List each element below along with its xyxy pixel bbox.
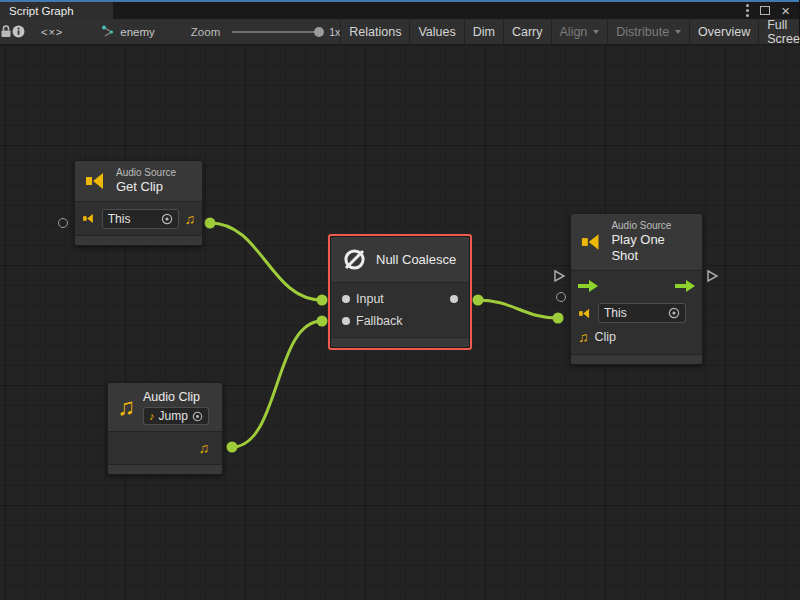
null-coalesce-footer: [331, 338, 469, 347]
result-output-port[interactable]: [450, 295, 458, 303]
clip-port-label: Clip: [595, 330, 617, 344]
overview-button[interactable]: Overview: [689, 19, 758, 44]
graph-toolbar: <×> enemy Zoom 1x Relations Values Dim C…: [0, 19, 799, 45]
wire-endpoint[interactable]: [473, 295, 484, 306]
play-one-shot-footer: [571, 355, 702, 364]
wire-getclip-to-input[interactable]: [210, 223, 322, 300]
carry-button[interactable]: Carry: [503, 19, 551, 44]
get-clip-header: Audio Source Get Clip: [75, 161, 202, 201]
play-one-shot-target-field[interactable]: This: [598, 303, 686, 323]
object-picker-icon[interactable]: [192, 411, 203, 422]
zoom-label: Zoom: [191, 26, 220, 38]
maximize-icon[interactable]: [760, 6, 770, 15]
node-audio-clip[interactable]: ♫ Audio Clip ♪ Jump ♫: [107, 382, 223, 475]
full-screen-button[interactable]: Full Screen: [758, 19, 800, 44]
script-graph-window: Script Graph × <×>: [0, 0, 800, 600]
audio-source-mini-icon: [82, 212, 96, 225]
close-icon[interactable]: ×: [781, 6, 790, 16]
tab-bar-spacer: [113, 2, 746, 19]
audio-source-icon: [84, 170, 108, 192]
node-null-coalesce[interactable]: Null Coalesce Input Fallback: [330, 236, 470, 348]
object-picker-icon[interactable]: [161, 213, 173, 225]
fallback-port-label: Fallback: [356, 314, 403, 328]
audio-clip-footer: [108, 465, 222, 474]
zoom-slider[interactable]: [232, 31, 320, 33]
wire-endpoint[interactable]: [317, 295, 328, 306]
node-category: Audio Source: [116, 167, 176, 179]
graph-breadcrumb[interactable]: enemy: [101, 19, 155, 44]
play-one-shot-clip-row: ♫ Clip: [571, 325, 702, 349]
play-one-shot-body: This ♫ Clip: [571, 270, 702, 355]
field-value: This: [108, 212, 131, 226]
field-value: This: [604, 306, 627, 320]
toolbar-right-buttons: Relations Values Dim Carry Align Distrib…: [340, 19, 800, 44]
wire-nullcoalesce-to-clip[interactable]: [478, 300, 558, 318]
audio-clip-output-icon[interactable]: ♫: [199, 441, 210, 455]
wire-endpoint[interactable]: [227, 442, 238, 453]
field-value: Jump: [159, 409, 188, 423]
chevron-down-icon: [593, 30, 599, 34]
audio-clip-mini-icon: ♪: [149, 409, 155, 423]
play-one-shot-target-row: This: [571, 301, 702, 325]
tab-script-graph[interactable]: Script Graph: [0, 2, 113, 19]
audio-clip-value-field[interactable]: ♪ Jump: [143, 407, 209, 425]
fallback-port[interactable]: [342, 317, 350, 325]
wire-endpoint[interactable]: [317, 316, 328, 327]
get-clip-target-field[interactable]: This: [102, 209, 179, 229]
node-title: Null Coalesce: [376, 252, 456, 268]
wire-endpoint[interactable]: [553, 313, 564, 324]
input-port-label: Input: [356, 292, 384, 306]
control-flow-row: [571, 271, 702, 301]
audio-clip-body: ♫: [108, 431, 222, 465]
audio-source-mini-icon: [578, 307, 592, 320]
wire-endpoint[interactable]: [205, 218, 216, 229]
graph-icon: [101, 25, 115, 38]
info-icon[interactable]: [12, 19, 25, 44]
lock-icon[interactable]: [0, 19, 12, 44]
node-title: Get Clip: [116, 179, 176, 195]
graph-canvas[interactable]: Audio Source Get Clip This: [0, 45, 800, 600]
get-clip-row: This ♫: [75, 202, 202, 235]
audio-source-icon: [580, 231, 603, 253]
values-button[interactable]: Values: [409, 19, 463, 44]
dim-button[interactable]: Dim: [464, 19, 503, 44]
null-coalesce-selection: Null Coalesce Input Fallback: [328, 234, 472, 350]
fallback-row: Fallback: [331, 310, 469, 332]
zoom-slider-handle[interactable]: [314, 27, 324, 37]
flow-in-port[interactable]: [553, 269, 566, 283]
get-clip-body: This ♫: [75, 201, 202, 236]
audio-clip-icon: ♫: [117, 395, 135, 419]
play-one-shot-header: Audio Source Play One Shot: [571, 214, 702, 270]
play-one-shot-target-port[interactable]: [556, 292, 566, 302]
node-title: Audio Clip: [143, 389, 209, 405]
align-button[interactable]: Align: [551, 19, 608, 44]
kebab-menu-icon[interactable]: [746, 4, 749, 17]
object-picker-icon[interactable]: [668, 307, 680, 319]
graph-name: enemy: [120, 26, 155, 38]
node-play-one-shot[interactable]: Audio Source Play One Shot: [570, 213, 703, 365]
get-clip-target-input-port[interactable]: [58, 218, 68, 228]
distribute-button[interactable]: Distribute: [607, 19, 689, 44]
node-category: Audio Source: [611, 220, 693, 232]
null-coalesce-header: Null Coalesce: [331, 237, 469, 282]
wire-audioclip-to-fallback[interactable]: [232, 321, 322, 447]
node-title: Play One Shot: [611, 232, 693, 264]
chevron-down-icon: [675, 30, 681, 34]
node-get-clip[interactable]: Audio Source Get Clip This: [74, 160, 203, 246]
flow-out-arrow-icon[interactable]: [675, 280, 695, 292]
code-preview-icon[interactable]: <×>: [25, 19, 79, 44]
relations-button[interactable]: Relations: [340, 19, 409, 44]
window-controls: ×: [746, 2, 799, 19]
flow-out-port[interactable]: [706, 269, 719, 283]
get-clip-footer: [75, 236, 202, 245]
audio-clip-header: ♫ Audio Clip ♪ Jump: [108, 383, 222, 431]
tab-bar: Script Graph ×: [0, 2, 799, 19]
zoom-control: Zoom 1x: [191, 19, 341, 44]
input-row: Input: [331, 288, 469, 310]
null-coalesce-icon: [341, 246, 368, 273]
audio-clip-row: ♫: [108, 432, 222, 464]
zoom-value: 1x: [329, 26, 340, 38]
flow-in-arrow-icon[interactable]: [578, 280, 598, 292]
audio-clip-output-icon[interactable]: ♫: [185, 212, 196, 226]
input-port[interactable]: [342, 295, 350, 303]
